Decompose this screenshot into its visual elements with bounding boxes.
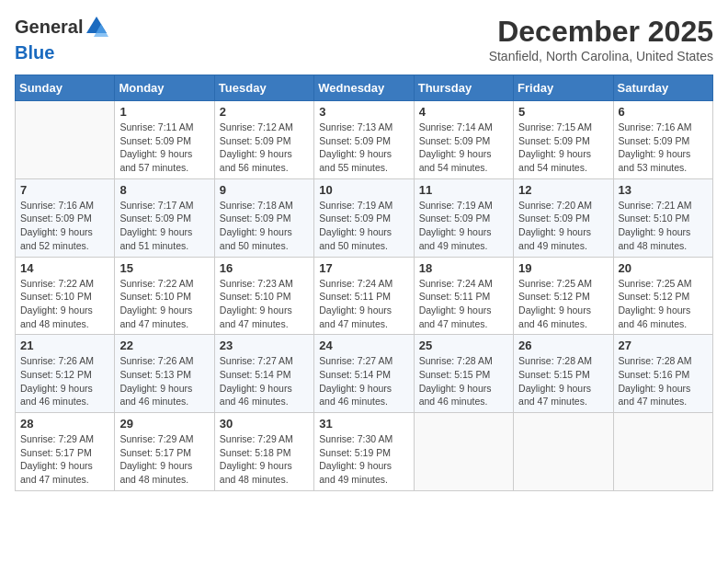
weekday-header: Sunday bbox=[16, 75, 115, 101]
day-info: Sunrise: 7:29 AM Sunset: 5:18 PM Dayligh… bbox=[220, 432, 309, 487]
day-info: Sunrise: 7:24 AM Sunset: 5:11 PM Dayligh… bbox=[419, 277, 508, 331]
day-number: 9 bbox=[220, 183, 309, 197]
calendar-week-row: 7Sunrise: 7:16 AM Sunset: 5:09 PM Daylig… bbox=[16, 178, 713, 257]
calendar-cell: 18Sunrise: 7:24 AM Sunset: 5:11 PM Dayli… bbox=[414, 257, 513, 335]
calendar-cell bbox=[514, 413, 613, 491]
title-block: December 2025 Stanfield, North Carolina,… bbox=[489, 15, 713, 63]
day-number: 19 bbox=[518, 261, 608, 275]
logo-general: General bbox=[15, 17, 83, 37]
weekday-header: Saturday bbox=[613, 75, 712, 101]
logo-icon bbox=[85, 15, 108, 39]
day-number: 22 bbox=[119, 339, 209, 352]
day-number: 21 bbox=[20, 339, 109, 352]
day-info: Sunrise: 7:12 AM Sunset: 5:09 PM Dayligh… bbox=[220, 121, 309, 175]
calendar-header-row: SundayMondayTuesdayWednesdayThursdayFrid… bbox=[16, 75, 713, 101]
day-info: Sunrise: 7:20 AM Sunset: 5:09 PM Dayligh… bbox=[518, 199, 608, 253]
calendar-cell: 29Sunrise: 7:29 AM Sunset: 5:17 PM Dayli… bbox=[115, 413, 214, 491]
calendar-cell: 24Sunrise: 7:27 AM Sunset: 5:14 PM Dayli… bbox=[314, 335, 414, 413]
day-info: Sunrise: 7:28 AM Sunset: 5:15 PM Dayligh… bbox=[518, 354, 608, 408]
day-info: Sunrise: 7:26 AM Sunset: 5:12 PM Dayligh… bbox=[20, 354, 109, 408]
day-info: Sunrise: 7:23 AM Sunset: 5:10 PM Dayligh… bbox=[220, 277, 309, 331]
calendar-cell: 7Sunrise: 7:16 AM Sunset: 5:09 PM Daylig… bbox=[16, 178, 115, 257]
day-number: 24 bbox=[319, 339, 408, 352]
day-number: 10 bbox=[319, 183, 408, 197]
calendar-cell: 10Sunrise: 7:19 AM Sunset: 5:09 PM Dayli… bbox=[314, 178, 414, 257]
calendar-cell: 13Sunrise: 7:21 AM Sunset: 5:10 PM Dayli… bbox=[613, 178, 712, 257]
day-number: 31 bbox=[319, 417, 408, 431]
calendar-cell: 16Sunrise: 7:23 AM Sunset: 5:10 PM Dayli… bbox=[214, 257, 313, 335]
weekday-header: Monday bbox=[115, 75, 214, 101]
day-info: Sunrise: 7:16 AM Sunset: 5:09 PM Dayligh… bbox=[20, 199, 109, 253]
page-header: General Blue December 2025 Stanfield, No… bbox=[15, 15, 713, 63]
calendar-cell bbox=[613, 413, 712, 491]
day-info: Sunrise: 7:15 AM Sunset: 5:09 PM Dayligh… bbox=[518, 121, 608, 175]
day-number: 2 bbox=[220, 105, 309, 119]
calendar-cell bbox=[414, 413, 513, 491]
day-number: 7 bbox=[20, 183, 109, 197]
day-number: 5 bbox=[518, 105, 608, 119]
calendar-cell: 31Sunrise: 7:30 AM Sunset: 5:19 PM Dayli… bbox=[314, 413, 414, 491]
day-number: 14 bbox=[20, 261, 109, 275]
day-info: Sunrise: 7:25 AM Sunset: 5:12 PM Dayligh… bbox=[518, 277, 608, 331]
day-info: Sunrise: 7:27 AM Sunset: 5:14 PM Dayligh… bbox=[220, 354, 309, 408]
day-info: Sunrise: 7:24 AM Sunset: 5:11 PM Dayligh… bbox=[319, 277, 408, 331]
day-number: 29 bbox=[119, 417, 209, 431]
day-number: 23 bbox=[220, 339, 309, 352]
weekday-header: Wednesday bbox=[314, 75, 414, 101]
calendar-cell: 2Sunrise: 7:12 AM Sunset: 5:09 PM Daylig… bbox=[214, 101, 313, 179]
day-info: Sunrise: 7:16 AM Sunset: 5:09 PM Dayligh… bbox=[619, 121, 708, 175]
day-info: Sunrise: 7:18 AM Sunset: 5:09 PM Dayligh… bbox=[220, 199, 309, 253]
day-info: Sunrise: 7:19 AM Sunset: 5:09 PM Dayligh… bbox=[319, 199, 408, 253]
day-number: 25 bbox=[419, 339, 508, 352]
day-number: 13 bbox=[619, 183, 708, 197]
calendar-cell: 14Sunrise: 7:22 AM Sunset: 5:10 PM Dayli… bbox=[16, 257, 115, 335]
calendar-cell: 11Sunrise: 7:19 AM Sunset: 5:09 PM Dayli… bbox=[414, 178, 513, 257]
day-info: Sunrise: 7:26 AM Sunset: 5:13 PM Dayligh… bbox=[119, 354, 209, 408]
calendar-cell: 22Sunrise: 7:26 AM Sunset: 5:13 PM Dayli… bbox=[115, 335, 214, 413]
weekday-header: Tuesday bbox=[214, 75, 313, 101]
calendar-cell: 1Sunrise: 7:11 AM Sunset: 5:09 PM Daylig… bbox=[115, 101, 214, 179]
calendar-cell: 26Sunrise: 7:28 AM Sunset: 5:15 PM Dayli… bbox=[514, 335, 613, 413]
day-number: 17 bbox=[319, 261, 408, 275]
day-number: 12 bbox=[518, 183, 608, 197]
calendar-cell: 19Sunrise: 7:25 AM Sunset: 5:12 PM Dayli… bbox=[514, 257, 613, 335]
day-number: 16 bbox=[220, 261, 309, 275]
logo-blue: Blue bbox=[15, 42, 54, 63]
calendar-cell: 17Sunrise: 7:24 AM Sunset: 5:11 PM Dayli… bbox=[314, 257, 414, 335]
day-info: Sunrise: 7:27 AM Sunset: 5:14 PM Dayligh… bbox=[319, 354, 408, 408]
logo: General Blue bbox=[15, 15, 108, 63]
calendar-cell: 6Sunrise: 7:16 AM Sunset: 5:09 PM Daylig… bbox=[613, 101, 712, 179]
day-number: 6 bbox=[619, 105, 708, 119]
day-number: 28 bbox=[20, 417, 109, 431]
calendar-cell: 20Sunrise: 7:25 AM Sunset: 5:12 PM Dayli… bbox=[613, 257, 712, 335]
calendar-week-row: 14Sunrise: 7:22 AM Sunset: 5:10 PM Dayli… bbox=[16, 257, 713, 335]
day-number: 30 bbox=[220, 417, 309, 431]
calendar-cell: 9Sunrise: 7:18 AM Sunset: 5:09 PM Daylig… bbox=[214, 178, 313, 257]
calendar-week-row: 1Sunrise: 7:11 AM Sunset: 5:09 PM Daylig… bbox=[16, 101, 713, 179]
month-title: December 2025 bbox=[489, 15, 713, 49]
day-info: Sunrise: 7:30 AM Sunset: 5:19 PM Dayligh… bbox=[319, 432, 408, 487]
calendar-cell: 27Sunrise: 7:28 AM Sunset: 5:16 PM Dayli… bbox=[613, 335, 712, 413]
calendar-cell: 12Sunrise: 7:20 AM Sunset: 5:09 PM Dayli… bbox=[514, 178, 613, 257]
day-number: 1 bbox=[119, 105, 209, 119]
day-info: Sunrise: 7:22 AM Sunset: 5:10 PM Dayligh… bbox=[20, 277, 109, 331]
day-info: Sunrise: 7:25 AM Sunset: 5:12 PM Dayligh… bbox=[619, 277, 708, 331]
day-number: 27 bbox=[619, 339, 708, 352]
day-number: 3 bbox=[319, 105, 408, 119]
day-info: Sunrise: 7:11 AM Sunset: 5:09 PM Dayligh… bbox=[119, 121, 209, 175]
calendar-cell: 21Sunrise: 7:26 AM Sunset: 5:12 PM Dayli… bbox=[16, 335, 115, 413]
day-info: Sunrise: 7:28 AM Sunset: 5:15 PM Dayligh… bbox=[419, 354, 508, 408]
day-number: 18 bbox=[419, 261, 508, 275]
weekday-header: Thursday bbox=[414, 75, 513, 101]
location: Stanfield, North Carolina, United States bbox=[489, 49, 713, 63]
day-info: Sunrise: 7:28 AM Sunset: 5:16 PM Dayligh… bbox=[619, 354, 708, 408]
day-info: Sunrise: 7:13 AM Sunset: 5:09 PM Dayligh… bbox=[319, 121, 408, 175]
day-info: Sunrise: 7:22 AM Sunset: 5:10 PM Dayligh… bbox=[119, 277, 209, 331]
calendar-cell: 15Sunrise: 7:22 AM Sunset: 5:10 PM Dayli… bbox=[115, 257, 214, 335]
calendar-cell: 4Sunrise: 7:14 AM Sunset: 5:09 PM Daylig… bbox=[414, 101, 513, 179]
weekday-header: Friday bbox=[514, 75, 613, 101]
calendar-cell bbox=[16, 101, 115, 179]
calendar-week-row: 21Sunrise: 7:26 AM Sunset: 5:12 PM Dayli… bbox=[16, 335, 713, 413]
day-info: Sunrise: 7:19 AM Sunset: 5:09 PM Dayligh… bbox=[419, 199, 508, 253]
day-number: 8 bbox=[119, 183, 209, 197]
